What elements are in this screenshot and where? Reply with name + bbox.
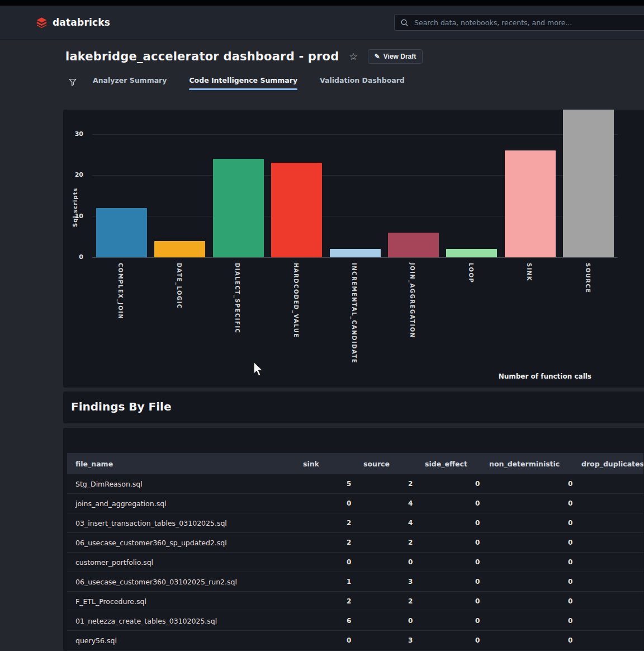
bar-source[interactable] [563, 110, 614, 257]
value-cell: 0 [488, 558, 580, 566]
table-row[interactable]: 03_insert_transaction_tables_03102025.sq… [67, 513, 643, 533]
value-cell: 2 [362, 597, 424, 605]
value-cell: 2 [362, 480, 424, 488]
value-cell: 0 [488, 539, 580, 546]
favorite-star-icon[interactable]: ☆ [349, 52, 357, 62]
value-cell: 0 [424, 539, 488, 546]
findings-table-panel: file_namesinksourceside_effectnon_determ… [63, 428, 644, 651]
y-tick-label: 20 [67, 171, 83, 178]
table-row[interactable]: F_ETL_Procedure.sql2200 [67, 592, 643, 611]
value-cell: 0 [488, 499, 580, 507]
value-cell: 4 [362, 519, 424, 527]
findings-heading: Findings By File [63, 391, 644, 413]
bar-date_logic[interactable] [154, 241, 205, 257]
file-name-cell: query56.sql [67, 636, 302, 645]
file-name-cell: F_ETL_Procedure.sql [67, 597, 302, 606]
table-row[interactable]: 01_netezza_create_tables_03102025.sql600… [67, 611, 643, 631]
bar-incremental_candidate[interactable] [330, 249, 381, 257]
x-axis-label: Number of function calls [499, 372, 591, 380]
view-draft-button[interactable]: ✎ View Draft [368, 49, 423, 64]
bar-chart: Sql scripts Number of function calls 010… [63, 110, 644, 388]
findings-table: file_namesinksourceside_effectnon_determ… [67, 453, 643, 651]
value-cell: 0 [488, 617, 580, 625]
page-title: lakebridge_accelerator dashboard - prod [65, 50, 339, 63]
file-name-cell: 03_insert_transaction_tables_03102025.sq… [67, 519, 302, 527]
value-cell: 0 [424, 597, 488, 605]
file-name-cell: joins_and_aggregation.sql [67, 499, 302, 508]
tabs-row: Analyzer SummaryCode Intelligence Summar… [68, 76, 405, 90]
category-label-loop: LOOP [468, 263, 474, 283]
tab-list: Analyzer SummaryCode Intelligence Summar… [93, 76, 405, 90]
value-cell: 0 [488, 597, 580, 605]
category-label-complex_join: COMPLEX_JOIN [117, 263, 124, 319]
file-name-cell: 06_usecase_customer360_03102025_run2.sql [67, 578, 302, 586]
value-cell: 0 [424, 480, 488, 488]
active-tab-underline [189, 88, 297, 90]
value-cell: 6 [302, 617, 362, 625]
table-body: Stg_DimReason.sql5200joins_and_aggregati… [67, 474, 643, 651]
category-label-sink: SINK [526, 263, 532, 281]
value-cell: 0 [488, 636, 580, 644]
tab-analyzer-summary[interactable]: Analyzer Summary [93, 76, 167, 90]
databricks-logo-icon [36, 17, 48, 29]
value-cell: 2 [302, 539, 362, 546]
bar-sink[interactable] [505, 150, 556, 257]
value-cell: 2 [302, 597, 362, 605]
bar-join_aggregation[interactable] [388, 233, 439, 257]
gridline-30 [92, 134, 618, 135]
table-row[interactable]: 06_usecase_customer360_03102025_run2.sql… [67, 572, 643, 592]
bar-complex_join[interactable] [96, 208, 147, 257]
table-header-row: file_namesinksourceside_effectnon_determ… [67, 453, 643, 474]
file-name-cell: customer_portfolio.sql [67, 558, 302, 567]
value-cell: 0 [488, 519, 580, 527]
category-label-hardcoded_value: HARDCODED_VALUE [293, 263, 299, 338]
table-row[interactable]: customer_portfolio.sql0000 [67, 553, 643, 572]
bar-dialect_specific[interactable] [213, 159, 264, 257]
table-row[interactable]: 06_usecase_customer360_sp_updated2.sql22… [67, 533, 643, 553]
value-cell: 0 [424, 617, 488, 625]
tab-validation-dashboard[interactable]: Validation Dashboard [320, 76, 405, 90]
table-row[interactable]: joins_and_aggregation.sql0400 [67, 494, 643, 513]
value-cell: 0 [488, 480, 580, 488]
global-search[interactable] [394, 14, 644, 31]
bar-loop[interactable] [446, 249, 497, 257]
view-draft-label: View Draft [383, 53, 416, 60]
search-icon [400, 18, 409, 27]
column-header-sink[interactable]: sink [302, 460, 362, 468]
value-cell: 3 [362, 578, 424, 586]
table-row[interactable]: query56.sql0300 [67, 631, 643, 650]
chart-panel: Sql scripts Number of function calls 010… [63, 110, 644, 388]
bar-hardcoded_value[interactable] [271, 163, 322, 257]
databricks-brand[interactable]: databricks [36, 6, 110, 39]
value-cell: 0 [424, 578, 488, 586]
column-header-drop_duplicates[interactable]: drop_duplicates [580, 460, 643, 468]
value-cell: 0 [424, 558, 488, 566]
window-top-strip [0, 0, 644, 6]
filter-funnel-icon[interactable] [68, 78, 77, 87]
column-header-non_deterministic[interactable]: non_deterministic [488, 460, 580, 468]
value-cell: 2 [302, 519, 362, 527]
file-name-cell: 06_usecase_customer360_sp_updated2.sql [67, 539, 302, 547]
value-cell: 0 [302, 499, 362, 507]
tab-code-intelligence-summary[interactable]: Code Intelligence Summary [189, 76, 297, 90]
pencil-icon: ✎ [375, 53, 380, 60]
y-tick-label: 10 [67, 213, 83, 220]
value-cell: 4 [362, 499, 424, 507]
topbar: databricks [0, 6, 644, 40]
column-header-file_name[interactable]: file_name [67, 460, 302, 468]
column-header-side_effect[interactable]: side_effect [424, 460, 488, 468]
column-header-source[interactable]: source [362, 460, 424, 468]
file-name-cell: 01_netezza_create_tables_03102025.sql [67, 617, 302, 625]
dashboard-title-row: lakebridge_accelerator dashboard - prod … [65, 49, 423, 64]
findings-panel: Findings By File [63, 391, 644, 423]
value-cell: 1 [302, 578, 362, 586]
value-cell: 0 [488, 578, 580, 586]
value-cell: 0 [424, 519, 488, 527]
category-label-incremental_candidate: INCREMENTAL_CANDIDATE [351, 263, 357, 364]
search-input[interactable] [413, 18, 644, 27]
value-cell: 0 [302, 636, 362, 644]
category-label-source: SOURCE [585, 263, 591, 294]
file-name-cell: Stg_DimReason.sql [67, 480, 302, 488]
y-tick-label: 30 [67, 130, 83, 138]
table-row[interactable]: Stg_DimReason.sql5200 [67, 474, 643, 494]
